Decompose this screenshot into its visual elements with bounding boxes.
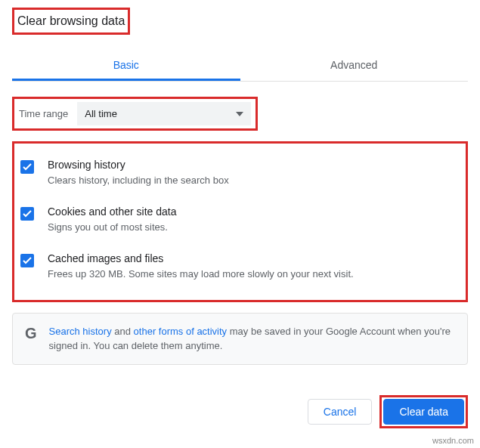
dialog-footer: Cancel Clear data — [308, 395, 468, 428]
time-range-value: All time — [85, 108, 117, 119]
check-icon — [23, 210, 32, 218]
google-icon: G — [25, 326, 37, 341]
search-history-link[interactable]: Search history — [49, 326, 112, 337]
cancel-button[interactable]: Cancel — [308, 399, 373, 425]
time-range-label: Time range — [19, 108, 68, 119]
tab-advanced[interactable]: Advanced — [240, 50, 469, 81]
checkbox-browsing-history[interactable] — [20, 160, 34, 174]
item-title: Cached images and files — [48, 252, 354, 264]
time-range-select[interactable]: All time — [77, 102, 251, 125]
list-item: Cached images and files Frees up 320 MB.… — [20, 245, 460, 292]
watermark: wsxdn.com — [432, 436, 474, 445]
other-activity-link[interactable]: other forms of activity — [134, 326, 228, 337]
tab-basic[interactable]: Basic — [12, 50, 240, 81]
checkbox-cached[interactable] — [20, 254, 34, 267]
list-item: Cookies and other site data Signs you ou… — [20, 198, 460, 245]
item-title: Cookies and other site data — [48, 205, 176, 218]
tab-bar: Basic Advanced — [12, 50, 468, 82]
item-title: Browsing history — [48, 159, 229, 171]
dialog-title: Clear browsing data — [14, 10, 128, 32]
chevron-down-icon — [236, 112, 243, 116]
list-item: Browsing history Clears history, includi… — [20, 151, 460, 198]
item-desc: Clears history, including in the search … — [48, 174, 229, 187]
google-account-notice: G Search history and other forms of acti… — [12, 313, 468, 365]
clear-browsing-data-dialog: Clear browsing data Basic Advanced Time … — [0, 0, 480, 377]
data-types-list: Browsing history Clears history, includi… — [12, 141, 468, 302]
checkbox-cookies[interactable] — [20, 207, 34, 221]
check-icon — [23, 257, 32, 264]
time-range-row: Time range All time — [12, 97, 258, 131]
item-desc: Frees up 320 MB. Some sites may load mor… — [48, 267, 354, 281]
notice-text: Search history and other forms of activi… — [49, 324, 455, 354]
item-desc: Signs you out of most sites. — [48, 221, 176, 234]
check-icon — [23, 163, 32, 171]
clear-data-button[interactable]: Clear data — [383, 399, 464, 425]
